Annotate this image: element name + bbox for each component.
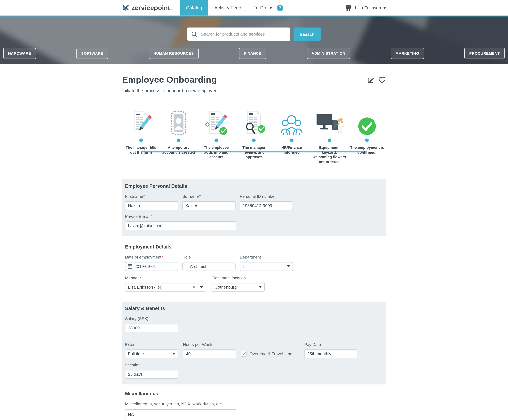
manager-select[interactable]: Lisa Eriksson (lier) × bbox=[125, 283, 206, 291]
process-step: HR/Finance informed bbox=[273, 108, 311, 164]
section-heading: Employment Details bbox=[125, 244, 383, 249]
personal-id-field: Personal ID number bbox=[240, 194, 293, 210]
category-administration-button[interactable]: ADMINISTRATION bbox=[307, 48, 350, 59]
category-procurement-button[interactable]: PROCUREMENT bbox=[464, 48, 505, 59]
temporary-account-icon bbox=[169, 110, 188, 136]
role-field: Role bbox=[182, 255, 235, 271]
department-field: Department IT bbox=[240, 255, 293, 271]
role-input[interactable] bbox=[182, 262, 235, 271]
section-miscellaneous: Miscellaneous Miscellaneous, security ru… bbox=[122, 387, 386, 420]
dropdown-arrow-icon bbox=[200, 286, 203, 288]
personal-id-input[interactable] bbox=[240, 201, 293, 210]
required-marker: * bbox=[143, 194, 145, 199]
calendar-icon bbox=[128, 264, 132, 269]
hero-banner: Search HARDWARE SOFTWARE HUMAN RESOURCES… bbox=[0, 15, 508, 64]
search-input[interactable] bbox=[201, 32, 287, 36]
timeline-dot bbox=[177, 138, 180, 142]
category-marketing-button[interactable]: MARKETING bbox=[390, 48, 424, 59]
vacation-label: Vacation bbox=[125, 363, 178, 367]
date-of-employment-input[interactable] bbox=[125, 262, 178, 271]
private-email-label: Private E-mail bbox=[125, 214, 150, 219]
extent-field: Extent Full time bbox=[125, 342, 178, 358]
section-heading: Miscellaneous bbox=[125, 391, 383, 396]
tab-catalog[interactable]: Catalog bbox=[180, 0, 208, 15]
personal-id-label: Personal ID number bbox=[240, 194, 293, 199]
pay-date-label: Pay Date bbox=[304, 342, 357, 347]
placement-location-label: Placement location bbox=[212, 276, 265, 280]
pay-date-input[interactable] bbox=[304, 349, 357, 358]
process-steps: The manager fills out the form A tempora… bbox=[122, 108, 386, 164]
zervicepoint-logo-icon bbox=[122, 4, 129, 11]
salary-input[interactable] bbox=[125, 324, 178, 332]
category-human-resources-button[interactable]: HUMAN RESOURCES bbox=[149, 48, 199, 59]
private-email-input[interactable] bbox=[125, 221, 236, 230]
section-employment-details: Employment Details Date of employment* bbox=[122, 240, 386, 297]
process-step: The employee adds info and accepts bbox=[197, 108, 235, 164]
hours-per-week-label: Hours per Week bbox=[183, 342, 236, 347]
section-heading: Salary & Benefits bbox=[125, 305, 383, 311]
extent-value: Full time bbox=[128, 351, 170, 356]
salary-field: Salary (SEK) bbox=[125, 317, 178, 332]
vacation-field: Vacation bbox=[125, 363, 178, 378]
private-email-field: Private E-mail* bbox=[125, 214, 236, 230]
search-box bbox=[187, 28, 290, 41]
dropdown-arrow-icon bbox=[287, 266, 290, 268]
surname-input[interactable] bbox=[182, 201, 235, 210]
placement-location-select[interactable]: Gothenburg bbox=[212, 283, 265, 291]
category-software-button[interactable]: SOFTWARE bbox=[76, 48, 108, 59]
department-select[interactable]: IT bbox=[240, 262, 293, 271]
confirmed-check-icon bbox=[357, 116, 377, 136]
date-of-employment-label: Date of employment bbox=[125, 255, 161, 260]
firstname-field: Firstname* bbox=[125, 194, 178, 210]
favorite-heart-icon[interactable] bbox=[378, 77, 386, 84]
manager-label: Manager bbox=[125, 276, 206, 280]
step-label: Equipment, keycard, welcoming flowers ar… bbox=[311, 145, 348, 164]
page-subtitle: Initiate the process to onboard a new em… bbox=[122, 88, 386, 93]
clear-icon[interactable]: × bbox=[193, 284, 195, 290]
page-title: Employee Onboarding bbox=[122, 75, 217, 85]
tab-activity-feed[interactable]: Activity Feed bbox=[208, 0, 247, 15]
search-icon bbox=[191, 31, 198, 37]
firstname-input[interactable] bbox=[125, 201, 178, 210]
dropdown-arrow-icon bbox=[172, 353, 175, 355]
timeline-dot bbox=[290, 138, 293, 142]
timeline-dot bbox=[252, 138, 256, 142]
step-label: The employee adds info and accepts bbox=[197, 145, 235, 159]
extent-select[interactable]: Full time bbox=[125, 349, 178, 358]
category-finance-button[interactable]: FINANCE bbox=[239, 48, 266, 59]
miscellaneous-textarea[interactable]: NA bbox=[125, 409, 236, 420]
tab-todo-list[interactable]: To-Do List 7 bbox=[247, 0, 289, 15]
date-of-employment-field: Date of employment* bbox=[125, 255, 178, 271]
hours-per-week-input[interactable] bbox=[183, 349, 236, 358]
overtime-checkbox[interactable] bbox=[241, 351, 247, 357]
search-button[interactable]: Search bbox=[293, 28, 321, 41]
cart-icon[interactable] bbox=[344, 4, 352, 12]
category-hardware-button[interactable]: HARDWARE bbox=[3, 48, 36, 59]
salary-label: Salary (SEK) bbox=[125, 317, 178, 321]
process-step: The manager reviews and approves bbox=[235, 108, 273, 164]
timeline-dot bbox=[328, 138, 331, 142]
timeline-dot bbox=[215, 138, 218, 142]
section-heading: Employee Personal Details bbox=[125, 183, 383, 189]
vacation-input[interactable] bbox=[125, 370, 178, 378]
step-label: The employment is confirmed! bbox=[348, 145, 386, 155]
main-content: Employee Onboarding Initiate the process… bbox=[122, 75, 386, 420]
user-menu[interactable]: Lisa Eriksson bbox=[355, 5, 386, 10]
step-label: The manager reviews and approves bbox=[235, 145, 273, 159]
step-label: A temporary account is created bbox=[160, 145, 197, 155]
process-step: A temporary account is created bbox=[160, 108, 197, 164]
hours-per-week-field: Hours per Week bbox=[183, 342, 236, 358]
manager-field: Manager Lisa Eriksson (lier) × bbox=[125, 276, 206, 291]
placement-location-field: Placement location Gothenburg bbox=[212, 276, 265, 291]
department-value: IT bbox=[243, 264, 285, 269]
required-marker: * bbox=[151, 214, 152, 219]
surname-field: Surname* bbox=[182, 194, 235, 210]
brand-logo[interactable]: zervicepoint. bbox=[122, 0, 172, 15]
timeline-dot bbox=[139, 138, 143, 142]
department-label: Department bbox=[240, 255, 293, 260]
section-employee-personal-details: Employee Personal Details Firstname* Sur… bbox=[122, 179, 386, 236]
dropdown-arrow-icon bbox=[259, 286, 262, 288]
role-label: Role bbox=[182, 255, 235, 260]
extent-label: Extent bbox=[125, 342, 178, 347]
edit-icon[interactable] bbox=[367, 77, 374, 84]
